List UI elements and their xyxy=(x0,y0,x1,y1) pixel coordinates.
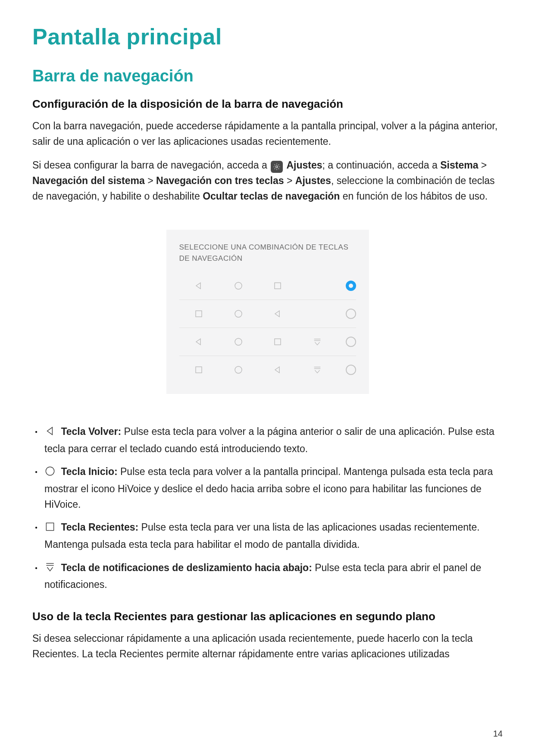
svg-point-4 xyxy=(235,310,242,317)
svg-rect-14 xyxy=(46,523,53,531)
nav-option-row[interactable] xyxy=(179,300,356,328)
breadcrumb: Navegación del sistema xyxy=(32,175,145,186)
svg-rect-2 xyxy=(275,283,281,289)
label-ocultar: Ocultar teclas de navegación xyxy=(203,191,340,202)
home-icon xyxy=(233,365,244,375)
text: en función de los hábitos de uso. xyxy=(340,191,488,202)
key-description-list: Tecla Volver: Pulse esta tecla para volv… xyxy=(32,424,503,593)
paragraph: Si desea seleccionar rápidamente a una a… xyxy=(32,631,503,662)
key-label: Tecla Recientes: xyxy=(61,522,138,533)
label-ajustes: Ajustes xyxy=(286,159,322,171)
text: > xyxy=(287,175,295,186)
home-icon xyxy=(233,309,244,319)
page-number: 14 xyxy=(493,729,503,739)
nav-option-row[interactable] xyxy=(179,272,356,300)
radio-selected-icon[interactable] xyxy=(346,281,356,291)
svg-rect-6 xyxy=(275,339,281,345)
recent-icon xyxy=(194,309,204,319)
home-icon xyxy=(233,281,244,291)
list-item: Tecla Recientes: Pulse esta tecla para v… xyxy=(32,520,503,552)
subsection-heading: Uso de la tecla Recientes para gestionar… xyxy=(32,610,503,623)
dropdown-icon xyxy=(44,562,56,578)
list-item: Tecla Inicio: Pulse esta tecla para volv… xyxy=(32,464,503,512)
svg-point-0 xyxy=(276,166,278,168)
text: ; a continuación, acceda a xyxy=(322,159,441,171)
radio-unselected-icon[interactable] xyxy=(346,309,356,319)
radio-unselected-icon[interactable] xyxy=(346,365,356,375)
subsection-heading: Configuración de la disposición de la ba… xyxy=(32,97,503,111)
svg-point-13 xyxy=(46,467,54,476)
radio-unselected-icon[interactable] xyxy=(346,337,356,347)
text: > xyxy=(481,159,487,171)
back-icon xyxy=(44,425,56,441)
dropdown-icon xyxy=(313,365,322,375)
back-icon xyxy=(272,365,283,375)
nav-option-row[interactable] xyxy=(179,328,356,356)
svg-point-5 xyxy=(235,338,242,345)
svg-rect-3 xyxy=(196,311,202,317)
svg-point-10 xyxy=(235,366,242,373)
key-label: Tecla Volver: xyxy=(61,426,121,437)
key-label: Tecla de notificaciones de deslizamiento… xyxy=(61,562,312,573)
section-heading: Barra de navegación xyxy=(32,67,503,85)
page-title: Pantalla principal xyxy=(32,24,503,50)
list-item: Tecla Volver: Pulse esta tecla para volv… xyxy=(32,424,503,456)
breadcrumb: Navegación con tres teclas xyxy=(156,175,284,186)
home-icon xyxy=(44,465,56,481)
back-icon xyxy=(194,281,204,291)
key-label: Tecla Inicio: xyxy=(61,466,117,477)
recent-icon xyxy=(44,521,56,537)
paragraph: Con la barra navegación, puede accederse… xyxy=(32,119,503,149)
nav-option-row[interactable] xyxy=(179,356,356,384)
recent-icon xyxy=(272,281,283,291)
nav-key-combination-figure: SELECCIONE UNA COMBINACIÓN DE TECLAS DE … xyxy=(166,230,369,394)
text: Si desea configurar la barra de navegaci… xyxy=(32,159,270,171)
figure-caption: SELECCIONE UNA COMBINACIÓN DE TECLAS DE … xyxy=(179,242,356,264)
svg-point-1 xyxy=(235,282,242,289)
paragraph: Si desea configurar la barra de navegaci… xyxy=(32,158,503,204)
text: > xyxy=(147,175,156,186)
label-sistema: Sistema xyxy=(440,159,478,171)
recent-icon xyxy=(194,365,204,375)
settings-gear-icon xyxy=(271,161,283,173)
document-page: Pantalla principal Barra de navegación C… xyxy=(0,0,535,756)
dropdown-icon xyxy=(313,337,322,347)
breadcrumb: Ajustes xyxy=(295,175,331,186)
list-item: Tecla de notificaciones de deslizamiento… xyxy=(32,560,503,593)
recent-icon xyxy=(272,337,283,347)
back-icon xyxy=(194,337,204,347)
home-icon xyxy=(233,337,244,347)
back-icon xyxy=(272,309,283,319)
svg-rect-9 xyxy=(196,367,202,373)
